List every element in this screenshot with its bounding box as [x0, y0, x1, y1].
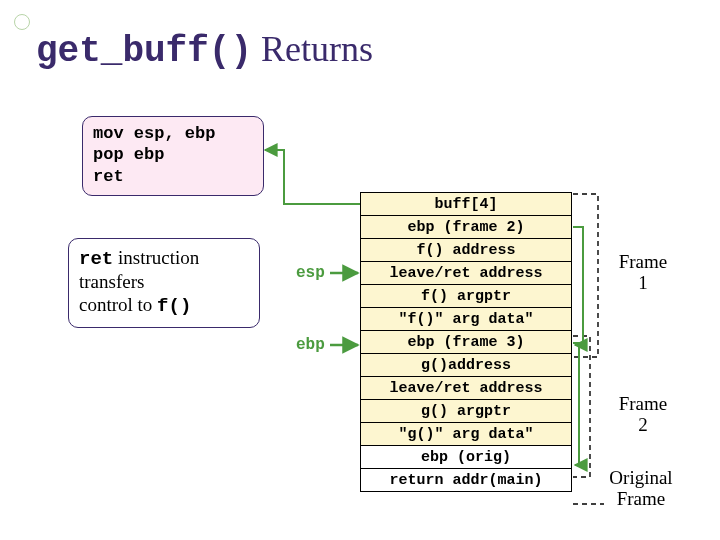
stack-cell: g() argptr — [361, 400, 572, 423]
title-rest: Returns — [252, 29, 373, 69]
stack-table: buff[4]ebp (frame 2)f() addressleave/ret… — [360, 192, 572, 492]
assembly-code-box: mov esp, ebp pop ebp ret — [82, 116, 264, 196]
ret-callout-box: ret instruction transfers control to f() — [68, 238, 260, 328]
callout-line-2: transfers — [79, 271, 249, 294]
ebp-pointer-label: ebp — [296, 336, 325, 354]
callout-line-3: control to f() — [79, 294, 249, 318]
stack-cell: f() argptr — [361, 285, 572, 308]
stack-cell: leave/ret address — [361, 377, 572, 400]
stack-cell: ebp (orig) — [361, 446, 572, 469]
frame-1-label: Frame 1 — [608, 252, 678, 294]
title-mono: get_buff() — [36, 31, 252, 72]
stack-cell: f() address — [361, 239, 572, 262]
stack-cell: leave/ret address — [361, 262, 572, 285]
stack-cell: ebp (frame 3) — [361, 331, 572, 354]
stack-cell: "g()" arg data" — [361, 423, 572, 446]
callout-1b: instruction — [113, 247, 199, 268]
frame-2-label: Frame 2 — [608, 394, 678, 436]
stack-cell: g()address — [361, 354, 572, 377]
callout-line-1: ret instruction — [79, 247, 249, 271]
callout-ret: ret — [79, 248, 113, 270]
stack-cell: buff[4] — [361, 193, 572, 216]
esp-pointer-label: esp — [296, 264, 325, 282]
stack-cell: "f()" arg data" — [361, 308, 572, 331]
callout-f: f() — [157, 295, 191, 317]
assembly-code-text: mov esp, ebp pop ebp ret — [93, 124, 215, 186]
stack-cell: ebp (frame 2) — [361, 216, 572, 239]
original-frame-label: Original Frame — [594, 468, 688, 510]
slide-title: get_buff() Returns — [36, 28, 373, 72]
slide-bullet-decoration — [14, 14, 30, 30]
callout-3a: control to — [79, 294, 157, 315]
stack-cell: return addr(main) — [361, 469, 572, 492]
